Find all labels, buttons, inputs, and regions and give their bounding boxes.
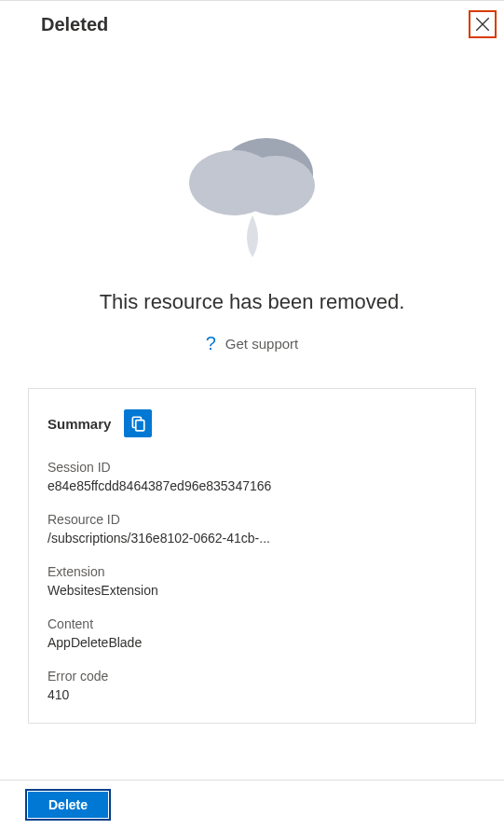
svg-point-2 — [237, 156, 315, 215]
summary-title: Summary — [48, 416, 111, 432]
summary-value: /subscriptions/316e8102-0662-41cb-... — [48, 531, 456, 546]
summary-box: Summary Session ID e84e85ffcdd8464387ed9… — [28, 388, 476, 724]
summary-item: Session ID e84e85ffcdd8464387ed96e835347… — [48, 460, 456, 493]
close-button[interactable] — [469, 10, 497, 38]
status-message: This resource has been removed. — [28, 290, 476, 314]
delete-button[interactable]: Delete — [28, 792, 108, 818]
get-support-link[interactable]: ? Get support — [206, 333, 299, 354]
summary-label: Extension — [48, 564, 456, 579]
summary-header: Summary — [48, 409, 456, 437]
summary-label: Session ID — [48, 460, 456, 475]
panel-title: Deleted — [41, 14, 108, 35]
summary-item: Resource ID /subscriptions/316e8102-0662… — [48, 512, 456, 546]
svg-rect-4 — [136, 421, 144, 431]
copy-button[interactable] — [124, 409, 152, 437]
panel-header: Deleted — [0, 0, 504, 48]
copy-icon — [129, 415, 146, 432]
summary-label: Resource ID — [48, 512, 456, 527]
summary-item: Content AppDeleteBlade — [48, 616, 456, 650]
panel-content: This resource has been removed. ? Get su… — [0, 48, 504, 724]
summary-label: Error code — [48, 669, 456, 684]
help-icon: ? — [206, 333, 216, 354]
summary-value: AppDeleteBlade — [48, 635, 456, 650]
panel-footer: Delete — [0, 780, 504, 829]
cloud-rain-icon — [169, 104, 336, 271]
summary-item: Error code 410 — [48, 669, 456, 702]
summary-item: Extension WebsitesExtension — [48, 564, 456, 598]
summary-label: Content — [48, 616, 456, 631]
summary-value: 410 — [48, 687, 456, 702]
summary-value: WebsitesExtension — [48, 583, 456, 598]
summary-value: e84e85ffcdd8464387ed96e835347166 — [48, 478, 456, 493]
close-icon — [474, 16, 491, 33]
get-support-label: Get support — [225, 336, 298, 352]
